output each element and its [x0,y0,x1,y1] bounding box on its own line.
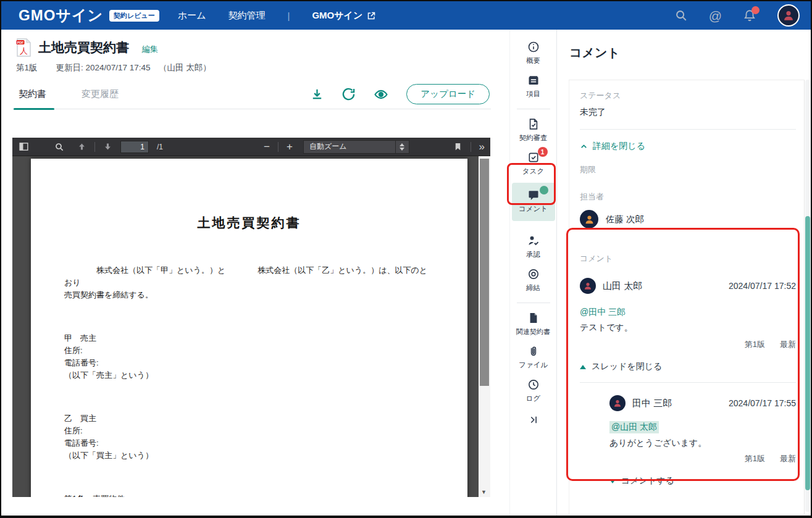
nav-item-home[interactable]: ホーム [178,10,206,22]
preview-eye-icon[interactable] [373,87,389,102]
person-icon [613,398,622,408]
side-tab-rail: 概要 項目 契約審査 1 タスク コメント 承認 締結 [509,30,557,516]
comment-panel: コメント ステータス 未完了 詳細を閉じる 期限 担当者 佐藤 次郎 コメント [557,30,811,516]
person-icon [583,281,593,291]
doc-paragraph: 株式会社（以下「甲」という。）と 株式会社（以下「乙」という。）は、以下のとおり… [64,264,434,301]
nav-separator: | [288,10,290,21]
refresh-icon[interactable] [341,87,356,101]
page-up-icon[interactable] [77,142,86,151]
nav-menu: ホーム 契約管理 | GMOサイン [178,10,377,22]
items-icon [527,74,540,86]
notification-dot [751,6,760,14]
toolbar-separator [278,142,278,152]
upload-button[interactable]: アップロード [406,84,490,104]
toolbar-more-button[interactable]: » [479,141,484,153]
nav-item-gmo-sign[interactable]: GMOサイン [312,10,376,22]
mention-link[interactable]: @山田 太郎 [609,421,659,433]
conclusion-target-icon [527,268,540,280]
bookmark-icon[interactable] [453,142,463,151]
collapse-icon [528,414,539,425]
side-tab-conclusion[interactable]: 締結 [512,264,555,297]
page-down-icon[interactable] [103,142,112,151]
reply-header: 田中 三郎 2024/07/17 17:55 [609,395,796,411]
related-contract-doc-icon [527,312,540,324]
download-icon[interactable] [310,87,324,101]
doc-paragraph: 乙 買主 住所: 電話番号: （以下「買主」という） [64,412,434,462]
collapse-panel-button[interactable] [528,414,539,428]
side-tab-contract-review[interactable]: 契約審査 [512,114,555,147]
panel-scrollbar-thumb[interactable] [805,216,810,490]
triangle-up-icon [580,365,586,369]
comment-latest-label: 最新 [780,453,796,464]
pdf-scrollbar[interactable]: ▼ [479,156,490,497]
assignee-label: 担当者 [580,191,796,203]
comment-author-name: 山田 太郎 [603,280,642,292]
add-comment-toggle[interactable]: コメントする [609,475,796,487]
navbar-actions: @ [674,4,803,27]
side-tab-comment[interactable]: コメント [512,183,555,221]
approval-person-check-icon [527,235,540,247]
page-number-input[interactable] [120,141,149,153]
tab-contract[interactable]: 契約書 [19,88,46,100]
mention-icon[interactable]: @ [709,9,722,22]
edit-link[interactable]: 編集 [142,44,158,55]
side-tab-items[interactable]: 項目 [512,70,555,103]
reply-author-name: 田中 三郎 [632,398,672,409]
reply-timestamp: 2024/07/17 17:55 [729,398,796,408]
reply-body: ありがとうございます。 [609,438,796,449]
pdf-scrollbar-thumb[interactable] [480,159,489,386]
side-tab-task[interactable]: 1 タスク [512,148,555,180]
pdf-search-icon[interactable] [54,142,64,152]
svg-text:人: 人 [20,46,28,56]
side-tab-log[interactable]: ログ [512,375,555,407]
comment-version: 第1版 [745,339,765,350]
doc-paragraph: 甲 売主 住所: 電話番号: （以下「売主」という） [64,332,434,382]
contract-review-badge: 契約レビュー [109,10,159,22]
info-icon [527,41,540,53]
pdf-canvas-area: 土地売買契約書 株式会社（以下「甲」という。）と 株式会社（以下「乙」という。）… [12,156,490,497]
navbar: GMOサイン 契約レビュー ホーム 契約管理 | GMOサイン @ [1,1,811,30]
nav-item-contract-management[interactable]: 契約管理 [228,10,266,22]
side-tab-related-contracts[interactable]: 関連契約書 [512,308,555,341]
close-details-link[interactable]: 詳細を閉じる [580,141,796,152]
assignee-name: 佐藤 次郎 [606,214,644,225]
doc-paragraph: 第1条 売買物件 1.1 売主は、以下の土地（以下「物件」という）を買主に売却す… [64,493,434,497]
contract-review-icon [527,118,540,130]
app-window: GMOサイン 契約レビュー ホーム 契約管理 | GMOサイン @ [0,0,812,518]
pdf-toolbar: /1 − + 自動ズーム » [12,138,490,156]
comment-timestamp: 2024/07/17 17:52 [729,281,796,291]
version-label: 第1版 [16,63,38,72]
zoom-in-button[interactable]: + [287,141,293,152]
rail-divider [517,109,550,109]
side-tab-files[interactable]: ファイル [512,341,555,374]
mention-link[interactable]: @田中 三郎 [580,307,626,318]
page-count-label: /1 [157,143,163,151]
zoom-out-button[interactable]: − [264,141,270,152]
panel-divider [580,129,796,130]
search-icon[interactable] [674,9,688,22]
toolbar-separator [94,142,95,152]
comment-header: 山田 太郎 2024/07/17 17:52 [580,278,796,294]
pdf-file-icon: PDF 人 [16,38,31,57]
zoom-select[interactable]: 自動ズーム [303,140,409,154]
notifications-button[interactable] [743,9,756,22]
chevron-up-icon [580,143,588,151]
person-icon [584,214,595,225]
tab-change-history[interactable]: 変更履歴 [82,88,119,100]
scroll-down-arrow[interactable]: ▼ [481,489,487,495]
user-avatar[interactable] [777,4,800,27]
side-tab-overview[interactable]: 概要 [512,37,555,70]
comment-bubble-icon [527,189,540,201]
comment-presence-dot [540,186,548,194]
clock-icon [527,378,540,391]
panel-scroll-area: ステータス 未完了 詳細を閉じる 期限 担当者 佐藤 次郎 コメント [569,80,805,514]
paperclip-icon [527,345,540,357]
contract-doc-body: 株式会社（以下「甲」という。）と 株式会社（以下「乙」という。）は、以下のとおり… [64,252,434,497]
comments-section-label: コメント [580,253,796,264]
reply-meta: 第1版 最新 [580,453,796,464]
close-thread-toggle[interactable]: スレッドを閉じる [580,361,796,372]
pdf-page: 土地売買契約書 株式会社（以下「甲」という。）と 株式会社（以下「乙」という。）… [31,159,467,497]
sidebar-toggle-icon[interactable] [19,141,29,152]
document-tabs: 契約書 変更履歴 アップロード [12,82,491,109]
side-tab-approval[interactable]: 承認 [512,231,555,264]
